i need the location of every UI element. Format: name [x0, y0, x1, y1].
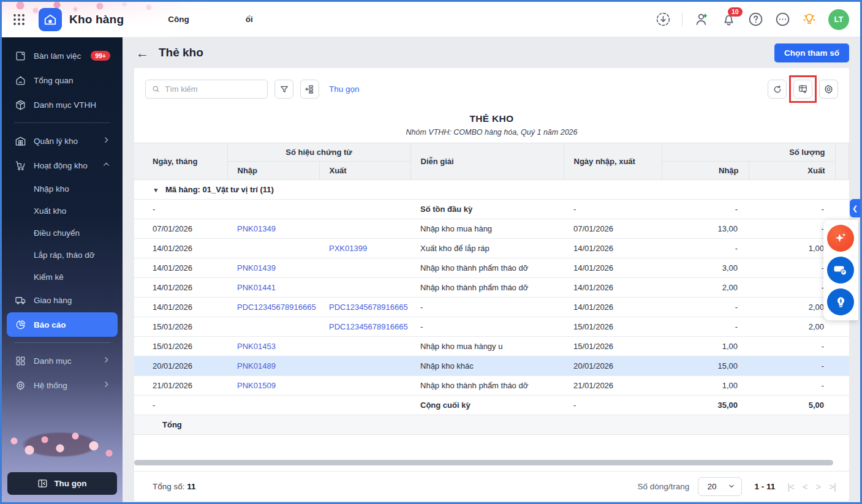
horizontal-scrollbar[interactable]: [134, 460, 833, 465]
ai-assistant-button[interactable]: [827, 225, 854, 252]
sidebar-item-giao-hang[interactable]: Giao hàng: [7, 288, 118, 312]
doc-out-link[interactable]: PXK01399: [329, 244, 367, 253]
search-box: [145, 80, 268, 99]
doc-in-link[interactable]: PNK01439: [237, 263, 276, 273]
table-group-row[interactable]: ▼Mã hàng: 01_Vật tư vị trí (11): [134, 180, 849, 200]
next-page-icon[interactable]: >: [816, 481, 821, 492]
workspace-icon: [14, 50, 26, 62]
choose-parameters-button[interactable]: Chọn tham số: [774, 43, 849, 62]
table-row[interactable]: 15/01/2026PDC12345678916665-15/01/2026-2…: [134, 317, 849, 337]
side-panel-toggle[interactable]: ❮: [850, 199, 860, 217]
col-header-qty-group[interactable]: Số lượng: [662, 143, 835, 162]
badge: 99+: [91, 51, 110, 61]
cell-inout-date: 14/01/2026: [564, 258, 662, 278]
sidebar-item-lap-rap-thao-do[interactable]: Lắp ráp, tháo dỡ: [7, 244, 118, 266]
app-logo-icon[interactable]: [39, 8, 62, 31]
table-row[interactable]: 14/01/2026PNK01441Nhập kho thành phẩm th…: [134, 278, 849, 298]
tips-button[interactable]: [827, 288, 854, 315]
sidebar-item-tong-quan[interactable]: Tổng quan: [7, 68, 118, 92]
search-icon: [152, 85, 160, 94]
cell-desc: Số tồn đầu kỳ: [410, 200, 564, 219]
table-row[interactable]: 14/01/2026PNK01439Nhập kho thành phẩm th…: [134, 258, 849, 278]
last-page-icon[interactable]: >|: [829, 481, 836, 492]
add-group-icon: [304, 84, 315, 94]
doc-in-link[interactable]: PDC12345678916665: [237, 303, 316, 312]
cell-inout-date: 20/01/2026: [564, 356, 662, 376]
sidebar-divider: [14, 342, 110, 343]
col-header-date[interactable]: Ngày, tháng: [134, 143, 227, 180]
download-icon[interactable]: [655, 12, 671, 28]
sidebar-item-hoat-ong-kho[interactable]: Hoạt động kho: [7, 153, 118, 178]
table-row[interactable]: 15/01/2026PNK01453Nhập kho mua hàngy u15…: [134, 337, 849, 356]
cell-date: 14/01/2026: [134, 298, 227, 317]
sidebar-item-ban-lam-viec[interactable]: Bàn làm việc99+: [7, 43, 118, 68]
col-header-doc-in[interactable]: Nhập: [227, 162, 319, 180]
sidebar-item-kiem-ke[interactable]: Kiểm kê: [7, 266, 118, 288]
sidebar-item-xuat-kho[interactable]: Xuất kho: [7, 200, 118, 222]
first-page-icon[interactable]: |<: [787, 481, 794, 492]
page-title: Thẻ kho: [159, 46, 203, 59]
sidebar-item-he-thong[interactable]: Hệ thống: [7, 373, 118, 397]
cell-qty-out: 1,00: [749, 239, 835, 258]
cell-doc-in: PNK01489: [227, 356, 319, 376]
table-row[interactable]: -Số tồn đầu kỳ---: [134, 200, 849, 219]
app-grid-icon[interactable]: [7, 7, 31, 32]
more-icon[interactable]: [774, 12, 790, 28]
cell-extra: [835, 396, 849, 415]
sidebar-item-bao-cao[interactable]: Báo cáo: [7, 312, 118, 337]
page-size-select[interactable]: 20: [698, 477, 742, 496]
filter-button[interactable]: [274, 80, 293, 99]
sidebar-divider: [14, 122, 110, 123]
sidebar-item-danh-muc-vthh[interactable]: Danh mục VTHH: [7, 92, 118, 117]
collapse-groups-link[interactable]: Thu gọn: [329, 85, 360, 94]
sidebar-item-quan-ly-kho[interactable]: Quản lý kho: [7, 129, 118, 153]
search-input[interactable]: [165, 85, 261, 94]
notifications-icon[interactable]: 10: [720, 12, 736, 28]
cell-doc-in: [227, 396, 319, 415]
sidebar-item-nhap-kho[interactable]: Nhập kho: [7, 178, 118, 200]
collapse-panel-icon: [37, 478, 48, 489]
back-arrow-icon[interactable]: ←: [136, 47, 149, 59]
help-icon[interactable]: [747, 12, 763, 28]
cell-doc-out: [319, 278, 410, 298]
add-user-icon[interactable]: [694, 12, 709, 28]
doc-out-link[interactable]: PDC12345678916665: [329, 322, 408, 331]
doc-in-link[interactable]: PNK01489: [237, 361, 276, 370]
avatar[interactable]: LT: [828, 9, 849, 30]
refresh-button[interactable]: [768, 80, 787, 99]
cell-desc: Nhập kho thành phẩm tháo dỡ: [410, 376, 564, 396]
cell-doc-out: PXK01399: [319, 239, 410, 258]
col-header-doc-group[interactable]: Số hiệu chứng từ: [227, 143, 410, 162]
col-header-qty-out[interactable]: Xuất: [749, 162, 835, 180]
table-row[interactable]: -Cộng cuối kỳ-35,005,00: [134, 396, 849, 415]
main-area: ← Thẻ kho Chọn tham số Thu gọn: [123, 37, 860, 502]
rewards-icon[interactable]: [801, 12, 817, 28]
table-row[interactable]: 20/01/2026PNK01489Nhập kho khác20/01/202…: [134, 356, 849, 376]
table-row[interactable]: 21/01/2026PNK01509Nhập kho thành phẩm th…: [134, 376, 849, 396]
doc-in-link[interactable]: PNK01349: [237, 224, 276, 233]
refresh-icon: [773, 85, 782, 94]
table-row[interactable]: 07/01/2026PNK01349Nhập kho mua hàng07/01…: [134, 219, 849, 239]
export-table-button[interactable]: [793, 80, 812, 99]
add-group-button[interactable]: [300, 80, 319, 99]
col-header-qty-in[interactable]: Nhập: [662, 162, 749, 180]
col-header-inout-date[interactable]: Ngày nhập, xuất: [564, 143, 662, 180]
table-row[interactable]: 14/01/2026PDC12345678916665PDC1234567891…: [134, 298, 849, 317]
cell-inout-date: 14/01/2026: [564, 298, 662, 317]
col-header-doc-out[interactable]: Xuất: [319, 162, 410, 180]
col-header-desc[interactable]: Diễn giải: [410, 143, 564, 180]
chevron-down-icon[interactable]: ▼: [153, 187, 159, 194]
sidebar-nav: Bàn làm việc99+Tổng quanDanh mục VTHHQuả…: [2, 37, 123, 472]
doc-in-link[interactable]: PNK01509: [237, 381, 276, 390]
doc-in-link[interactable]: PNK01453: [237, 342, 276, 351]
sidebar-item-ieu-chuyen[interactable]: Điều chuyển: [7, 222, 118, 244]
sidebar-item-danh-muc[interactable]: Danh mục: [7, 348, 118, 373]
doc-in-link[interactable]: PNK01441: [237, 283, 276, 292]
doc-out-link[interactable]: PDC12345678916665: [329, 303, 408, 312]
chat-support-button[interactable]: [827, 257, 854, 284]
settings-button[interactable]: [819, 80, 838, 99]
sidebar-collapse-button[interactable]: Thu gọn: [7, 472, 117, 495]
sidebar-item-label: Báo cáo: [34, 320, 66, 329]
table-row[interactable]: 14/01/2026PXK01399Xuất kho để lắp ráp14/…: [134, 239, 849, 258]
prev-page-icon[interactable]: <: [803, 481, 807, 492]
